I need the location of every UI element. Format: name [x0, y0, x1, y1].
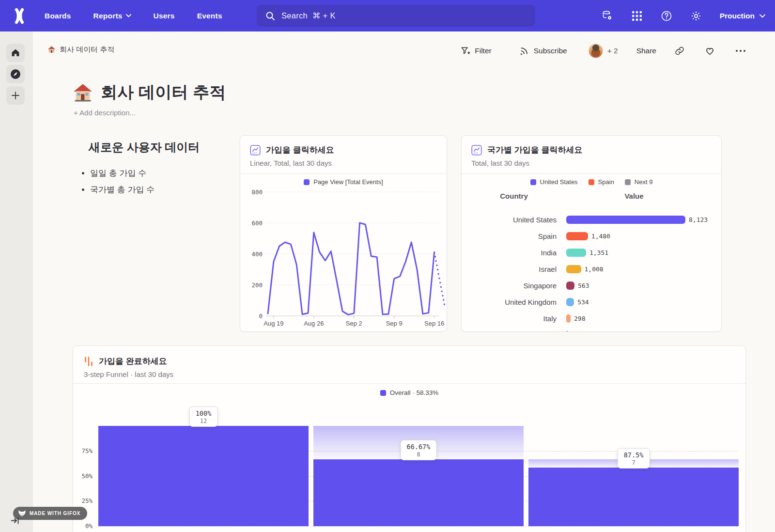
nav-item-events[interactable]: Events — [197, 12, 222, 20]
column-header-country: Country — [462, 192, 566, 200]
mixpanel-dashboard: Boards Reports Users Events Search ⌘ + K — [0, 0, 775, 532]
collaborators[interactable]: + 2 — [589, 44, 618, 58]
value-bar[interactable] — [566, 282, 574, 290]
value-bar[interactable] — [566, 331, 568, 332]
add-description-button[interactable]: + Add description... — [74, 109, 136, 117]
table-row[interactable]: Italy298 — [462, 310, 721, 327]
country-label: Singapore — [462, 282, 557, 290]
funnel-bar[interactable] — [313, 459, 524, 526]
value-bar[interactable] — [566, 265, 581, 273]
divider — [240, 173, 447, 174]
y-tick-label: 800 — [251, 188, 263, 196]
funnel-chart-card[interactable]: 가입을 완료하세요 3-step Funnel · last 30 days O… — [73, 345, 746, 532]
page-title-text[interactable]: 회사 데이터 추적 — [101, 81, 226, 104]
y-tick-label: 600 — [251, 219, 263, 227]
legend-item[interactable]: Page View [Total Events] — [304, 178, 383, 186]
heart-icon — [705, 46, 715, 56]
funnel-bar[interactable] — [98, 426, 309, 526]
value-label: 298 — [574, 315, 585, 322]
line-chart-card[interactable]: 가입을 클릭하세요 Linear, Total, last 30 days Pa… — [240, 135, 447, 332]
value-label: 534 — [577, 298, 589, 306]
apps-grid-icon[interactable] — [631, 10, 643, 22]
legend-item[interactable]: Next 9 — [625, 178, 653, 186]
table-row[interactable]: Israel1,008 — [462, 261, 721, 277]
line-chart-icon — [250, 145, 261, 156]
table-row[interactable]: United States8,123 — [462, 211, 721, 228]
data-management-icon[interactable] — [602, 10, 613, 22]
value-bar[interactable] — [566, 298, 574, 306]
legend-swatch — [589, 179, 594, 185]
nav-item-users[interactable]: Users — [154, 12, 175, 20]
more-menu-button[interactable] — [735, 49, 746, 52]
funnel-tooltip: 87.5%7 — [618, 448, 650, 469]
legend-item[interactable]: Spain — [589, 178, 614, 186]
help-icon[interactable] — [661, 10, 672, 22]
value-label: 1,480 — [591, 233, 610, 240]
funnel-step[interactable]: 100%12 — [98, 426, 309, 526]
value-bar[interactable] — [566, 249, 586, 257]
home-icon — [11, 48, 20, 58]
legend-swatch — [625, 179, 631, 185]
table-row[interactable]: United Kingdom534 — [462, 294, 721, 310]
table-row[interactable]: Spain1,480 — [462, 228, 721, 244]
favorite-button[interactable] — [705, 46, 715, 56]
chart-legend: Overall · 58.33% — [73, 389, 745, 396]
country-label: Spain — [462, 232, 557, 240]
subscribe-button[interactable]: Subscribe — [520, 46, 567, 56]
x-tick-label: Aug 26 — [304, 320, 324, 327]
funnel-step[interactable]: 66.67%8 — [313, 426, 524, 526]
filter-button[interactable]: Filter — [461, 46, 491, 56]
left-rail — [0, 31, 33, 532]
divider — [73, 383, 745, 384]
country-label: Italy — [462, 314, 557, 323]
funnel-step[interactable]: 87.5%7 — [528, 426, 739, 526]
table-row[interactable] — [462, 327, 721, 332]
list-item: 국가별 총 가입 수 — [90, 184, 237, 195]
line-chart-plot[interactable]: 0200400600800Aug 19Aug 26Sep 2Sep 9Sep 1… — [246, 187, 446, 330]
discover-button[interactable] — [6, 65, 25, 83]
list-item: 일일 총 가입 수 — [90, 168, 237, 179]
legend-item[interactable]: Overall · 58.33% — [380, 389, 439, 396]
nav-item-boards[interactable]: Boards — [45, 12, 71, 20]
value-bar[interactable] — [566, 232, 588, 240]
nav-menu: Boards Reports Users Events — [45, 0, 222, 31]
text-widget-list: 일일 총 가입 수 국가별 총 가입 수 — [81, 168, 237, 195]
value-bar[interactable] — [566, 216, 685, 224]
top-nav: Boards Reports Users Events Search ⌘ + K — [0, 0, 775, 31]
home-button[interactable] — [6, 44, 25, 62]
value-label: 1,351 — [589, 249, 608, 256]
card-title[interactable]: 가입을 클릭하세요 — [266, 144, 334, 156]
column-header-value: Value — [566, 192, 702, 200]
create-board-button[interactable] — [6, 86, 25, 105]
search-icon — [265, 11, 275, 21]
table-row[interactable]: Singapore563 — [462, 277, 721, 294]
card-title[interactable]: 국가별 가입을 클릭하세요 — [487, 144, 582, 156]
line-chart-icon — [471, 145, 482, 156]
bar-rows: United States8,123Spain1,480India1,351Is… — [462, 211, 721, 332]
bar-chart-card[interactable]: 국가별 가입을 클릭하세요 Total, last 30 days United… — [461, 135, 722, 332]
table-row[interactable]: India1,351 — [462, 244, 721, 261]
share-button[interactable]: Share — [636, 47, 656, 55]
y-tick-label: 200 — [251, 282, 263, 289]
legend-swatch — [530, 179, 536, 185]
breadcrumb[interactable]: 회사 데이터 추적 — [47, 45, 114, 54]
nav-item-reports[interactable]: Reports — [93, 12, 131, 20]
gifox-badge[interactable]: MADE WITH GIFOX — [13, 507, 87, 520]
project-switcher[interactable]: Prouction — [720, 12, 765, 20]
filter-icon — [461, 46, 470, 56]
copy-link-button[interactable] — [675, 46, 684, 56]
funnel-bar[interactable] — [528, 468, 739, 526]
search-input[interactable]: Search ⌘ + K — [257, 5, 535, 27]
y-tick-label: 0 — [259, 313, 263, 320]
mixpanel-logo-icon[interactable] — [11, 7, 28, 25]
country-label: Israel — [462, 265, 557, 273]
x-tick-label: Aug 19 — [264, 320, 283, 327]
legend-item[interactable]: United States — [530, 178, 578, 186]
funnel-plot[interactable]: 100%1266.67%887.5%7 — [98, 426, 739, 526]
card-subtitle: Total, last 30 days — [471, 159, 529, 167]
value-bar[interactable] — [566, 314, 571, 323]
expand-sidebar-button[interactable] — [11, 516, 20, 525]
settings-gear-icon[interactable] — [690, 10, 702, 22]
card-title[interactable]: 가입을 완료하세요 — [99, 356, 167, 367]
divider — [462, 173, 721, 174]
